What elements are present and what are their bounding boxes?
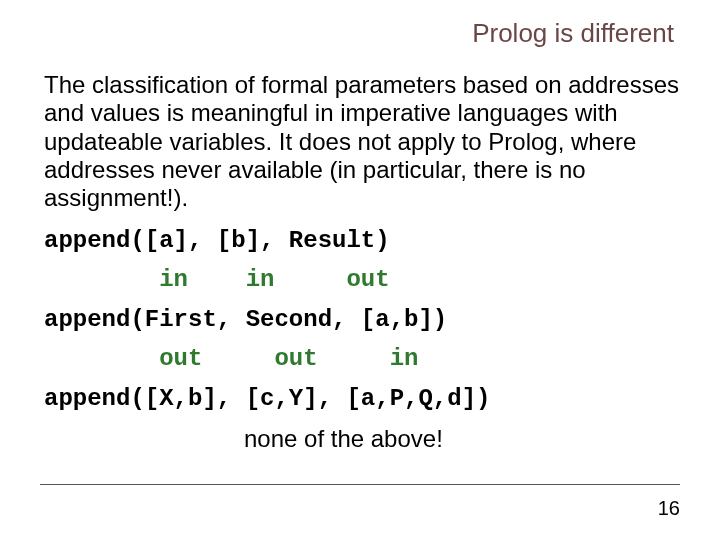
footer-rule	[40, 484, 680, 485]
example-3-code: append([X,b], [c,Y], [a,P,Q,d])	[44, 385, 680, 413]
page-number: 16	[658, 497, 680, 520]
slide: Prolog is different The classification o…	[0, 0, 720, 540]
example-3-annotation: none of the above!	[44, 425, 680, 453]
example-2-annotation: out out in	[44, 345, 680, 373]
example-1-annotation: in in out	[44, 266, 680, 294]
example-1-code: append([a], [b], Result)	[44, 227, 680, 255]
example-2-code: append(First, Second, [a,b])	[44, 306, 680, 334]
slide-title: Prolog is different	[44, 18, 680, 49]
body-paragraph: The classification of formal parameters …	[44, 71, 680, 213]
